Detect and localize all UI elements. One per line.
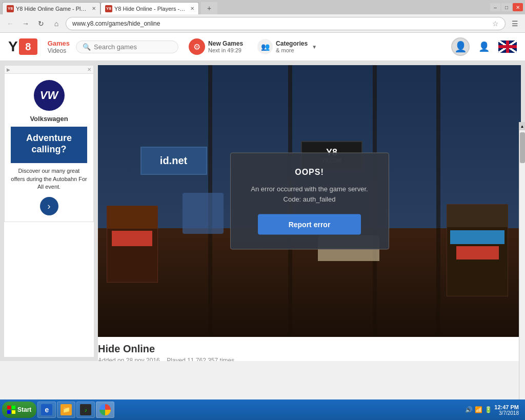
game-frame[interactable]: id.net Y8 Y8.COM <box>98 65 521 337</box>
ad-label: ▶ <box>7 67 10 72</box>
tray-battery-icon: 🔋 <box>484 406 492 413</box>
error-line1: An error occurred with the game server. <box>251 185 368 193</box>
categories-icon: 👥 <box>257 39 273 54</box>
game-played: Played 11,762,357 times <box>167 357 234 361</box>
ie-icon: e <box>41 404 52 415</box>
tab-2[interactable]: Y8 Y8 Hide Online - Players - Forum... ✕ <box>100 2 199 14</box>
title-bar: Y8 Y8 Hide Online Game - Play onli... ✕ … <box>0 0 525 14</box>
game-background: id.net Y8 Y8.COM <box>98 65 521 337</box>
new-tab-button[interactable]: + <box>201 2 217 14</box>
categories-label: Categories <box>276 40 308 47</box>
chrome-icon <box>99 404 111 415</box>
ad-cta-icon: › <box>48 201 51 212</box>
new-games-button[interactable]: ⚙ New Games Next in 49:29 <box>185 36 247 57</box>
game-area: id.net Y8 Y8.COM <box>94 61 525 361</box>
tab-label-1: Y8 Hide Online Game - Play onli... <box>16 6 88 12</box>
report-error-button[interactable]: Report error <box>258 214 361 235</box>
back-button[interactable]: ← <box>4 17 16 30</box>
tab-1[interactable]: Y8 Y8 Hide Online Game - Play onli... ✕ <box>2 2 100 14</box>
tray-volume-icon: 📶 <box>475 406 482 413</box>
idnet-banner: id.net <box>140 147 207 175</box>
url-bar[interactable]: www.y8.com/games/hide_online ☆ <box>66 17 506 30</box>
search-input[interactable] <box>94 43 172 51</box>
shelf-right <box>447 204 508 296</box>
start-button[interactable]: Start <box>2 402 36 418</box>
site-header: Y 8 Games Videos 🔍 ⚙ New Games Next in 4… <box>0 33 525 61</box>
error-title: OOPS! <box>247 168 372 177</box>
videos-nav-link[interactable]: Videos <box>48 47 70 54</box>
ad-close-button[interactable]: ✕ <box>87 67 91 72</box>
logo-8: 8 <box>19 38 37 55</box>
scrollbar-up-button[interactable]: ▲ <box>519 122 526 130</box>
taskbar-winamp[interactable]: ♪ <box>76 402 95 418</box>
main-nav: Games Videos <box>48 39 70 54</box>
pillar-4 <box>436 65 440 337</box>
tab-close-1[interactable]: ✕ <box>92 6 96 11</box>
search-icon: 🔍 <box>83 43 91 51</box>
home-button[interactable]: ⌂ <box>50 17 63 30</box>
site-logo[interactable]: Y 8 <box>8 38 37 55</box>
categories-button[interactable]: 👥 Categories & more ▼ <box>253 37 321 56</box>
error-line2: Code: auth_failed <box>284 195 336 203</box>
game-info: Hide Online Added on 28 nov 2016 Played … <box>98 337 521 361</box>
taskbar-chrome[interactable] <box>96 402 114 418</box>
minimize-button[interactable]: – <box>490 3 500 11</box>
ad-sidebar: ▶ ✕ VW Volkswagen Adventure calling? Dis… <box>4 65 94 357</box>
vw-logo: VW <box>34 80 65 111</box>
explorer-icon: 📁 <box>60 404 72 415</box>
games-nav-link[interactable]: Games <box>48 39 70 47</box>
categories-text: Categories & more <box>276 40 308 53</box>
clock-time: 12:47 PM <box>494 404 519 410</box>
user-avatar[interactable]: 👤 <box>451 37 470 56</box>
tray-network-icon: 🔊 <box>465 406 473 413</box>
ad-top-bar: ▶ ✕ <box>4 65 94 74</box>
taskbar: Start e 📁 ♪ 🔊 📶 🔋 12:47 PM 3/7/2018 <box>0 399 525 420</box>
error-message: An error occurred with the game server. … <box>247 184 372 204</box>
tab-label-2: Y8 Hide Online - Players - Forum... <box>114 6 186 12</box>
tab-close-2[interactable]: ✕ <box>190 6 194 11</box>
settings-button[interactable]: ☰ <box>509 17 521 30</box>
scrollbar[interactable]: ▲ ▼ <box>519 122 525 420</box>
close-button[interactable]: ✕ <box>513 3 523 11</box>
main-content: ▶ ✕ VW Volkswagen Adventure calling? Dis… <box>0 61 525 361</box>
ad-blue-box: Adventure calling? <box>11 127 87 163</box>
ad-headline: Adventure calling? <box>15 133 83 155</box>
logo-y: Y <box>8 38 18 55</box>
new-games-icon: ⚙ <box>189 38 205 55</box>
tab-favicon-2: Y8 <box>105 5 112 12</box>
system-clock[interactable]: 12:47 PM 3/7/2018 <box>494 404 519 416</box>
ad-cta-button[interactable]: › <box>40 197 58 215</box>
url-text: www.y8.com/games/hide_online <box>72 20 490 27</box>
new-games-text: New Games Next in 49:29 <box>208 40 243 53</box>
winamp-icon: ♪ <box>80 404 91 415</box>
new-games-label: New Games <box>208 40 243 47</box>
forward-button[interactable]: → <box>19 17 32 30</box>
maximize-button[interactable]: □ <box>501 3 512 11</box>
windows-logo-icon <box>7 406 15 414</box>
ad-description: Discover our many great offers during th… <box>11 167 87 191</box>
idnet-text: id.net <box>160 155 187 167</box>
window-controls: – □ ✕ <box>490 3 523 11</box>
tab-favicon-1: Y8 <box>7 5 14 12</box>
refresh-button[interactable]: ↻ <box>35 17 47 30</box>
address-bar: ← → ↻ ⌂ www.y8.com/games/hide_online ☆ ☰ <box>0 14 525 33</box>
tab-strip: Y8 Y8 Hide Online Game - Play onli... ✕ … <box>2 0 217 14</box>
notification-icon[interactable]: 👤 <box>476 38 492 55</box>
taskbar-explorer[interactable]: 📁 <box>57 402 75 418</box>
scrollbar-thumb[interactable] <box>520 132 525 163</box>
error-dialog: OOPS! An error occurred with the game se… <box>230 153 389 250</box>
categories-dropdown-icon: ▼ <box>312 44 317 50</box>
ad-content: VW Volkswagen Adventure calling? Discove… <box>4 74 94 222</box>
shelf-left <box>107 206 158 283</box>
start-label: Start <box>17 406 31 413</box>
vw-brand-name: Volkswagen <box>11 115 87 123</box>
taskbar-ie[interactable]: e <box>37 402 56 418</box>
clock-date: 3/7/2018 <box>494 410 519 416</box>
search-bar[interactable]: 🔍 <box>76 41 178 53</box>
game-added: Added on 28 nov 2016 <box>98 357 160 361</box>
bookmark-star-icon[interactable]: ☆ <box>492 19 499 28</box>
language-flag[interactable] <box>498 41 517 53</box>
new-games-sub: Next in 49:29 <box>208 47 243 53</box>
game-meta: Added on 28 nov 2016 Played 11,762,357 t… <box>98 357 521 361</box>
game-title: Hide Online <box>98 343 521 355</box>
